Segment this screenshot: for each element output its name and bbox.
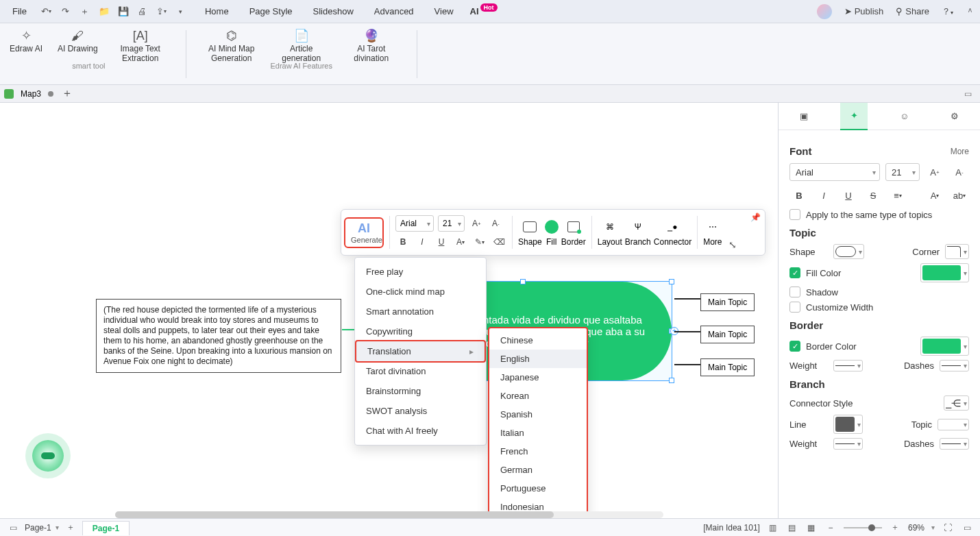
zoom-out-icon[interactable]: − xyxy=(824,522,837,534)
open-icon[interactable]: 📁 xyxy=(97,4,112,19)
connector-style-select[interactable]: ⎯⋲▾ xyxy=(944,395,969,411)
tab-view[interactable]: View xyxy=(430,3,458,19)
connector-section[interactable]: ⎯● Connector xyxy=(654,218,691,247)
panel-tab-settings[interactable]: ⚙ xyxy=(941,103,968,130)
fill-color-swatch[interactable]: ▾ xyxy=(920,263,969,282)
redo-icon[interactable]: ↷ xyxy=(58,4,73,19)
outline-toggle-icon[interactable]: ▭ xyxy=(7,522,19,534)
ribbon-tarot[interactable]: 🔮 AI Tarot divination xyxy=(341,27,402,64)
lang-spanish[interactable]: Spanish xyxy=(489,405,587,424)
dropdown-item-translation[interactable]: Translation▸ xyxy=(355,340,486,363)
increase-font-icon[interactable]: A+ xyxy=(925,162,944,182)
apply-same-checkbox[interactable]: Apply to the same type of topics xyxy=(789,209,969,220)
file-menu[interactable]: File xyxy=(5,3,34,19)
customize-width-checkbox[interactable]: Customize Width xyxy=(789,302,969,313)
chevron-down-icon[interactable]: ▾ xyxy=(56,524,59,531)
topic-node[interactable]: Main Topic xyxy=(700,358,755,376)
ai-generate-button[interactable]: AI Generate xyxy=(344,217,384,248)
add-page-button[interactable]: ＋ xyxy=(64,522,77,534)
panel-font-family[interactable]: Arial xyxy=(789,163,880,181)
lang-italian[interactable]: Italian xyxy=(489,424,587,442)
resize-handle[interactable] xyxy=(669,279,674,284)
dropdown-item-swot[interactable]: SWOT analysis xyxy=(355,401,486,421)
tab-slideshow[interactable]: Slideshow xyxy=(309,3,358,19)
share-button[interactable]: ⚲ Share xyxy=(896,6,929,16)
help-icon[interactable]: ？▾ xyxy=(942,5,953,18)
ribbon-image-text-extraction[interactable]: [A] Image Text Extraction xyxy=(110,27,171,64)
outline-view-icon[interactable]: ▥ xyxy=(767,522,779,534)
ribbon-mindmap-gen[interactable]: ⌬ AI Mind Map Generation xyxy=(201,27,262,64)
dropdown-item-oneclick[interactable]: One-click mind map xyxy=(355,282,486,302)
pin-icon[interactable]: 📌 xyxy=(750,212,761,222)
print-icon[interactable]: 🖨 xyxy=(135,4,150,19)
bold-icon[interactable]: B xyxy=(789,186,809,205)
zoom-slider[interactable] xyxy=(844,527,882,528)
font-color-icon[interactable]: A▾ xyxy=(453,234,468,249)
font-more-link[interactable]: More xyxy=(951,147,969,156)
fullscreen-icon[interactable]: ⛶ xyxy=(942,522,954,534)
border-dashes-select[interactable]: ▾ xyxy=(940,360,969,371)
decrease-font-icon[interactable]: A- xyxy=(950,162,969,182)
font-color-icon[interactable]: A▾ xyxy=(925,186,944,205)
tab-advanced[interactable]: Advanced xyxy=(370,3,418,19)
add-tab-button[interactable]: ＋ xyxy=(60,86,74,101)
doc-tab[interactable]: Map3 xyxy=(21,89,41,99)
ribbon-article-gen[interactable]: 📄 Article generation xyxy=(271,27,332,64)
presentation-icon[interactable]: ▤ xyxy=(786,522,798,534)
topic-node[interactable]: Main Topic xyxy=(700,326,755,343)
lang-french[interactable]: French xyxy=(489,442,587,461)
resize-handle[interactable] xyxy=(669,378,674,383)
lang-portuguese[interactable]: Portuguese xyxy=(489,479,587,498)
strikethrough-icon[interactable]: S xyxy=(863,186,883,205)
font-family-select[interactable]: Arial xyxy=(395,215,434,232)
font-size-select[interactable]: 21 xyxy=(438,215,465,232)
page-selector[interactable]: Page-1 xyxy=(25,523,51,533)
branch-section[interactable]: Ψ Branch xyxy=(625,218,651,247)
border-color-checkbox[interactable]: ✓Border Color ▾ xyxy=(789,337,969,356)
branch-topic-select[interactable]: ▾ xyxy=(938,419,969,430)
lang-korean[interactable]: Korean xyxy=(489,387,587,405)
canvas[interactable]: (The red house depicted the tormented li… xyxy=(0,103,778,518)
italic-icon[interactable]: I xyxy=(415,234,430,249)
topic-node[interactable]: Main Topic xyxy=(700,293,755,311)
highlight-icon[interactable]: ✎▾ xyxy=(472,234,487,249)
lang-chinese[interactable]: Chinese xyxy=(489,331,587,350)
underline-icon[interactable]: U xyxy=(839,186,858,205)
branch-dashes-select[interactable]: ▾ xyxy=(940,438,969,450)
tab-home[interactable]: Home xyxy=(201,3,233,19)
zoom-level[interactable]: 69% xyxy=(908,523,924,533)
save-icon[interactable]: 💾 xyxy=(116,4,131,19)
page-tab[interactable]: Page-1 xyxy=(82,521,130,535)
line-color-swatch[interactable]: ▾ xyxy=(833,415,863,434)
dropdown-item-chat[interactable]: Chat with AI freely xyxy=(355,421,486,441)
export-icon[interactable]: ⇪▾ xyxy=(154,4,169,19)
expand-toolbar-icon[interactable]: ⤡ xyxy=(725,237,740,252)
border-section[interactable]: Border xyxy=(561,218,586,247)
panel-tab-style[interactable]: ✦ xyxy=(840,103,868,130)
dropdown-item-tarot[interactable]: Tarot divination xyxy=(355,361,486,381)
lang-japanese[interactable]: Japanese xyxy=(489,368,587,387)
undo-icon[interactable]: ↶▾ xyxy=(39,4,54,19)
shape-select[interactable]: ▾ xyxy=(833,244,864,259)
text-case-icon[interactable]: ab▾ xyxy=(950,186,969,205)
horizontal-scrollbar[interactable] xyxy=(115,511,663,518)
ai-badge[interactable]: AIHot xyxy=(470,6,498,16)
panel-tab-page[interactable]: ▣ xyxy=(790,103,818,130)
underline-icon[interactable]: U xyxy=(434,234,449,249)
panel-toggle-icon[interactable]: ▭ xyxy=(960,89,976,99)
lang-english[interactable]: English xyxy=(489,350,587,368)
more-section[interactable]: ⋯ More xyxy=(703,218,722,247)
decrease-font-icon[interactable]: A- xyxy=(488,216,503,231)
dropdown-item-copywriting[interactable]: Copywriting xyxy=(355,321,486,341)
shadow-checkbox[interactable]: Shadow xyxy=(789,287,969,297)
resize-handle[interactable] xyxy=(520,279,526,284)
border-color-swatch[interactable]: ▾ xyxy=(920,337,969,356)
ribbon-ai-drawing[interactable]: 🖌 AI Drawing xyxy=(55,27,101,64)
dropdown-item-brainstorming[interactable]: Brainstorming xyxy=(355,381,486,401)
new-icon[interactable]: ＋ xyxy=(77,4,93,19)
clear-format-icon[interactable]: ⌫ xyxy=(491,234,506,249)
dropdown-item-freeplay[interactable]: Free play xyxy=(355,262,486,282)
overflow-icon[interactable]: ▾ xyxy=(173,4,188,19)
zoom-in-icon[interactable]: ＋ xyxy=(889,522,901,534)
increase-font-icon[interactable]: A+ xyxy=(469,216,484,231)
